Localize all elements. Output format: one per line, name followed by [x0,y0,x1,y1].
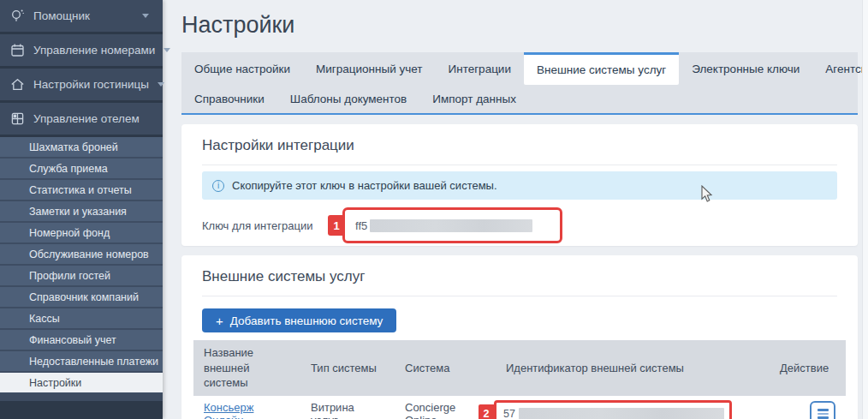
sidebar-item-room-management[interactable]: Управление номерами [0,34,163,66]
masked-id-value [519,408,724,419]
chevron-down-icon [158,82,164,87]
external-id-value: 57 [503,408,515,419]
sidebar-item-booking-chessboard[interactable]: Шахматка броней [0,137,163,159]
sidebar-sub-label: Профили гостей [29,270,110,282]
card-divider [202,165,837,165]
annotation-badge-2: 2 [479,404,494,419]
sidebar-item-label: Помощник [33,9,90,22]
card-divider [202,296,837,296]
sidebar-item-reception[interactable]: Служба приема [0,159,163,180]
header-system-name: Название внешней системы [193,340,300,396]
grid-icon [10,111,25,126]
sidebar-item-undelivered-payments[interactable]: Недоставленные платежи [0,351,163,373]
chevron-down-icon [163,48,170,52]
sidebar-sub-label: Финансовый учет [29,334,116,346]
sidebar-sub-label: Справочник компаний [29,291,139,303]
tab-external-service-systems[interactable]: Внешние системы услуг [524,52,679,85]
settings-tabbar: Общие настройки Миграционный учет Интегр… [181,52,858,115]
sidebar-sub-label: Статистика и отчеты [29,184,132,196]
tab-integrations[interactable]: Интеграции [436,52,524,85]
cell-action [770,396,846,419]
home-icon [10,77,25,92]
integration-key-row: Ключ для интеграции 1 ff5 [181,207,858,244]
cell-external-id: 2 57 [496,396,770,419]
app-window: Помощник Управление номерами Настройки г… [0,0,868,419]
chevron-down-icon [142,14,149,18]
sidebar-item-room-stock[interactable]: Номерной фонд [0,223,163,244]
add-external-system-button[interactable]: + Добавить внешнюю систему [202,308,396,332]
integration-settings-card: Настройки интеграции i Скопируйте этот к… [181,124,858,246]
external-id-field: 2 57 [494,400,732,419]
sidebar-item-hotel-administration[interactable]: Управление отелем [0,103,163,135]
sidebar-item-cash-desks[interactable]: Кассы [0,308,163,330]
info-banner: i Скопируйте этот ключ в настройки вашей… [202,171,837,200]
external-systems-card: Внешние системы услуг + Добавить внешнюю… [181,255,858,419]
tab-directories[interactable]: Справочники [181,85,277,113]
header-system-type: Тип системы [300,340,395,396]
masked-key-value [370,219,532,232]
sidebar-item-hotel-settings[interactable]: Настройки гостиницы [0,69,163,100]
cell-system-name: Консьерж Онлайн [193,396,300,419]
scrollbar-track[interactable] [862,0,868,419]
plus-icon: + [216,314,223,327]
sidebar-sub-label: Заметки и указания [29,206,127,218]
sidebar-sub-label: Недоставленные платежи [29,356,158,368]
integration-key-field[interactable]: ff5 [342,207,562,243]
sidebar-item-notes[interactable]: Заметки и указания [0,201,163,223]
cell-system-type: Витрина услуг [300,396,395,419]
integration-key-value: ff5 [355,219,367,232]
external-system-link[interactable]: Консьерж Онлайн [204,401,253,419]
sidebar-item-label: Настройки гостиницы [33,78,149,91]
add-external-system-label: Добавить внешнюю систему [230,314,383,327]
info-banner-text: Скопируйте этот ключ в настройки вашей с… [232,179,497,192]
info-icon: i [212,180,224,192]
external-systems-title: Внешние системы услуг [181,255,858,285]
tab-migration-accounting[interactable]: Миграционный учет [303,52,435,85]
sidebar-item-guest-profiles[interactable]: Профили гостей [0,266,163,287]
sidebar-sub-label: Номерной фонд [29,227,110,239]
integration-key-label: Ключ для интеграции [202,219,328,232]
sidebar-item-company-directory[interactable]: Справочник компаний [0,287,163,308]
tab-row-2: Справочники Шаблоны документов Импорт да… [181,85,858,113]
tab-document-templates[interactable]: Шаблоны документов [277,85,419,113]
sidebar-item-financial-accounting[interactable]: Финансовый учет [0,330,163,351]
sidebar-next-section-stub [0,394,163,401]
integration-settings-title: Настройки интеграции [181,124,858,154]
sidebar-item-settings-active[interactable]: Настройки [0,373,163,394]
tab-electronic-keys[interactable]: Электронные ключи [679,52,812,85]
header-action: Действие [770,340,846,396]
sidebar-item-label: Управление отелем [33,112,140,125]
calendar-icon [10,43,25,57]
header-system: Система [395,340,496,396]
sidebar-sub-label: Обслуживание номеров [29,248,149,260]
sidebar-sub-label: Шахматка броней [29,141,118,153]
page-title: Настройки [181,12,868,39]
sidebar-sub-label: Настройки [29,377,81,389]
tab-data-import[interactable]: Импорт данных [419,85,529,113]
sidebar-item-assistant[interactable]: Помощник [0,0,163,32]
header-external-id: Идентификатор внешней системы [496,340,770,396]
main-content: Настройки Общие настройки Миграционный у… [163,0,868,419]
sidebar-item-room-service[interactable]: Обслуживание номеров [0,244,163,266]
row-actions-button[interactable] [810,401,835,419]
hamburger-menu-icon [817,409,829,419]
lightbulb-icon [10,9,25,23]
sidebar-sub-label: Служба приема [29,163,108,175]
sidebar-item-label: Управление номерами [33,44,155,57]
table-header-row: Название внешней системы Тип системы Сис… [193,340,846,396]
sidebar: Помощник Управление номерами Настройки г… [0,0,163,419]
tab-agent-services[interactable]: Агентские услуги [812,52,868,85]
sidebar-item-statistics[interactable]: Статистика и отчеты [0,180,163,201]
table-row: Консьерж Онлайн Витрина услуг Concierge … [193,396,846,419]
tab-general-settings[interactable]: Общие настройки [181,52,303,85]
tab-row-1: Общие настройки Миграционный учет Интегр… [181,52,858,85]
sidebar-sub-label: Кассы [29,313,60,325]
external-systems-table: Название внешней системы Тип системы Сис… [193,340,846,419]
